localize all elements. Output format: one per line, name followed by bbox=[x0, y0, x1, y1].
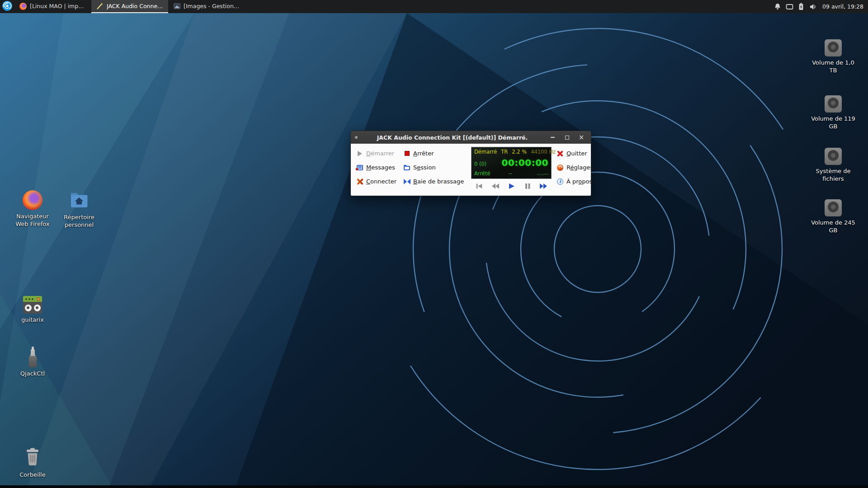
stop-icon bbox=[403, 150, 410, 157]
top-panel: [Linux MAO | impossible f... JACK Audio … bbox=[0, 0, 868, 13]
task-label: [Linux MAO | impossible f... bbox=[30, 3, 86, 9]
server-state: Démarré bbox=[474, 149, 497, 155]
messages-log-icon bbox=[356, 164, 363, 171]
xubuntu-logo-icon bbox=[2, 1, 12, 13]
transport-play-button[interactable] bbox=[505, 181, 517, 191]
minimize-icon bbox=[551, 137, 555, 138]
home-folder-icon bbox=[69, 190, 89, 211]
transport-rewind-button[interactable] bbox=[490, 181, 501, 191]
window-title: JACK Audio Connection Kit [(default)] Dé… bbox=[361, 134, 543, 141]
applications-menu-button[interactable] bbox=[0, 0, 14, 13]
firefox-icon bbox=[23, 190, 42, 210]
stop-button[interactable]: Arrêter bbox=[402, 150, 471, 158]
quit-button[interactable]: Quitter bbox=[556, 150, 600, 158]
about-button[interactable]: À propos... bbox=[556, 178, 600, 186]
desktop-icon-qjackctl[interactable]: QjackCtl bbox=[9, 347, 56, 378]
transport-mode: TR bbox=[501, 149, 508, 155]
settings-button[interactable]: Réglages... bbox=[556, 164, 600, 172]
firefox-icon bbox=[19, 3, 27, 10]
desktop-icon-firefox[interactable]: Navigateur Web Firefox bbox=[9, 190, 56, 228]
transport-forward-button[interactable] bbox=[538, 181, 549, 191]
messages-button[interactable]: Messages bbox=[355, 164, 402, 172]
desktop-icon-label: guitarix bbox=[21, 316, 44, 324]
hard-drive-icon bbox=[825, 39, 842, 56]
desktop-icon-label: Système de fichiers bbox=[810, 168, 857, 183]
bottom-edge bbox=[0, 485, 868, 488]
guitarix-amp-icon bbox=[23, 296, 42, 314]
desktop-icon-home-folder[interactable]: Répertoire personnel bbox=[56, 190, 103, 229]
desktop-icon-trash[interactable]: Corbeille bbox=[9, 447, 56, 479]
transport-bbt: -- bbox=[509, 170, 512, 177]
taskbar-button-firefox[interactable]: [Linux MAO | impossible f... bbox=[14, 0, 91, 13]
desktop-icon-label: Volume de 245 GB bbox=[810, 219, 857, 235]
task-label: [Images - Gestionnaire de ... bbox=[184, 3, 240, 9]
connect-button[interactable]: Connecter bbox=[355, 178, 402, 186]
audio-jack-plug-icon bbox=[23, 347, 42, 367]
desktop-icon-label: Corbeille bbox=[19, 471, 45, 479]
status-display: Démarré TR 2.2 % 44100 Hz 0 (0) 00:00:00… bbox=[471, 147, 552, 179]
xrun-count: 0 (0) bbox=[474, 161, 486, 167]
main-buttons: Démarrer Arrêter Messages Session Connec… bbox=[355, 146, 471, 193]
panel-clock[interactable]: 09 avril, 19:28 bbox=[819, 0, 868, 13]
system-tray bbox=[772, 0, 819, 13]
elapsed-time: 00:00:00 bbox=[502, 157, 549, 168]
battery-icon[interactable] bbox=[795, 0, 807, 13]
wallpaper bbox=[0, 13, 868, 488]
transport-controls bbox=[471, 179, 552, 193]
desktop-icon-label: Navigateur Web Firefox bbox=[9, 213, 56, 228]
maximize-icon bbox=[565, 136, 569, 140]
quit-x-icon bbox=[557, 150, 564, 157]
minimize-button[interactable] bbox=[547, 133, 558, 142]
side-buttons: Quitter Réglages... À propos... bbox=[556, 146, 600, 193]
desktop-icon-guitarix[interactable]: guitarix bbox=[9, 296, 56, 324]
display-settings-icon[interactable] bbox=[783, 0, 795, 13]
desktop-icon-volume-119gb[interactable]: Volume de 119 GB bbox=[810, 95, 857, 131]
trash-can-icon bbox=[23, 447, 42, 469]
hard-drive-icon bbox=[825, 148, 842, 165]
info-icon bbox=[557, 178, 564, 185]
taskbar-button-image-viewer[interactable]: [Images - Gestionnaire de ... bbox=[168, 0, 245, 13]
desktop-icon-label: QjackCtl bbox=[20, 370, 45, 378]
notifications-bell-icon[interactable] bbox=[772, 0, 783, 13]
transport-pause-button[interactable] bbox=[522, 181, 533, 191]
desktop-icon-label: Volume de 1,0 TB bbox=[810, 59, 857, 75]
task-label: JACK Audio Connection Kit... bbox=[107, 3, 163, 9]
qjackctl-window: JACK Audio Connection Kit [(default)] Dé… bbox=[350, 131, 591, 196]
hard-drive-icon bbox=[825, 199, 842, 216]
desktop-icon-label: Volume de 119 GB bbox=[810, 115, 857, 131]
qjackctl-icon bbox=[96, 3, 104, 10]
dsp-load: 2.2 % bbox=[512, 149, 527, 155]
close-button[interactable]: × bbox=[576, 133, 587, 142]
transport-rewind-to-start-button[interactable] bbox=[473, 181, 485, 191]
desktop-icon-volume-245gb[interactable]: Volume de 245 GB bbox=[810, 199, 857, 235]
connections-cross-icon bbox=[356, 178, 363, 185]
volume-icon[interactable] bbox=[807, 0, 819, 13]
transport-bpm: -.-.--- bbox=[537, 171, 548, 176]
patchbay-bowtie-icon bbox=[403, 178, 410, 185]
taskbar-button-qjackctl[interactable]: JACK Audio Connection Kit... bbox=[91, 0, 168, 13]
start-button[interactable]: Démarrer bbox=[355, 150, 402, 158]
desktop-icon-label: Répertoire personnel bbox=[56, 214, 103, 229]
image-viewer-icon bbox=[173, 3, 180, 10]
session-button[interactable]: Session bbox=[402, 164, 471, 172]
play-icon bbox=[356, 150, 363, 157]
window-menu-icon[interactable] bbox=[355, 136, 358, 139]
desktop: Navigateur Web Firefox Répertoire person… bbox=[0, 13, 868, 488]
session-folder-icon bbox=[403, 164, 410, 171]
desktop-icon-volume-1tb[interactable]: Volume de 1,0 TB bbox=[810, 39, 857, 75]
maximize-button[interactable] bbox=[561, 133, 572, 142]
desktop-icon-filesystem[interactable]: Système de fichiers bbox=[810, 148, 857, 183]
patchbay-button[interactable]: Baie de brassage bbox=[402, 178, 471, 186]
transport-state: Arrêté bbox=[474, 170, 491, 177]
sample-rate: 44100 Hz bbox=[531, 149, 556, 155]
window-titlebar[interactable]: JACK Audio Connection Kit [(default)] Dé… bbox=[351, 131, 591, 144]
settings-gear-icon bbox=[557, 164, 564, 171]
hard-drive-icon bbox=[825, 95, 842, 113]
